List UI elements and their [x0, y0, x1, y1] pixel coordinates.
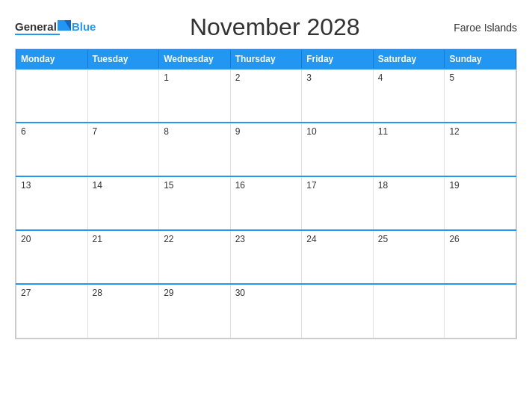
calendar-cell: 5	[445, 69, 516, 123]
calendar-cell: 23	[230, 230, 302, 284]
day-number: 27	[21, 288, 31, 298]
calendar-cell: 4	[373, 69, 445, 123]
day-number: 15	[164, 180, 173, 191]
calendar-table: Monday Tuesday Wednesday Thursday Friday…	[16, 49, 516, 339]
table-row: 20212223242526	[16, 230, 516, 284]
day-number: 24	[306, 234, 316, 244]
logo-underline	[15, 34, 60, 35]
logo-general-text: General	[15, 21, 57, 32]
calendar-cell: 11	[373, 123, 445, 176]
calendar-cell: 3	[302, 69, 374, 123]
day-number: 3	[306, 72, 312, 83]
calendar-cell: 12	[445, 123, 516, 176]
col-monday: Monday	[16, 50, 88, 69]
table-row: 6789101112	[16, 123, 516, 176]
region-label: Faroe Islands	[454, 22, 517, 34]
day-number: 7	[93, 126, 98, 137]
day-number: 21	[93, 234, 102, 244]
logo-blue-text: Blue	[72, 21, 96, 32]
table-row: 27282930	[16, 284, 516, 338]
day-number: 29	[164, 288, 173, 298]
day-number: 5	[449, 72, 454, 83]
calendar-cell: 24	[302, 230, 374, 284]
day-number: 30	[235, 288, 245, 298]
day-number: 8	[164, 126, 169, 137]
calendar-cell: 8	[159, 123, 231, 176]
logo-icon	[58, 20, 71, 31]
day-number: 9	[235, 126, 241, 137]
calendar-cell: 10	[302, 123, 374, 176]
calendar-header-row: Monday Tuesday Wednesday Thursday Friday…	[16, 50, 516, 69]
calendar-cell: 30	[230, 284, 302, 338]
col-thursday: Thursday	[230, 50, 302, 69]
day-number: 13	[21, 180, 31, 191]
calendar-cell: 20	[16, 230, 88, 284]
calendar-cell	[16, 69, 88, 123]
calendar-cell	[302, 284, 374, 338]
day-number: 25	[378, 234, 388, 244]
calendar-header: General Blue November 2028 Faroe Islands	[15, 13, 517, 41]
calendar-cell: 19	[445, 176, 516, 230]
day-number: 4	[378, 72, 383, 83]
logo: General Blue	[15, 20, 96, 32]
col-tuesday: Tuesday	[87, 50, 159, 69]
day-number: 20	[21, 234, 31, 244]
calendar-cell: 29	[159, 284, 231, 338]
calendar-cell: 9	[230, 123, 302, 176]
calendar-body: 1234567891011121314151617181920212223242…	[16, 69, 516, 338]
day-number: 26	[449, 234, 459, 244]
day-number: 12	[449, 126, 459, 137]
calendar-cell	[373, 284, 445, 338]
calendar-cell: 25	[373, 230, 445, 284]
col-sunday: Sunday	[445, 50, 516, 69]
day-number: 10	[306, 126, 316, 137]
calendar-cell: 2	[230, 69, 302, 123]
calendar-cell: 1	[159, 69, 231, 123]
day-number: 2	[235, 72, 241, 83]
calendar-cell: 7	[87, 123, 159, 176]
calendar-cell: 15	[159, 176, 231, 230]
day-number: 19	[449, 180, 459, 191]
calendar-cell: 18	[373, 176, 445, 230]
calendar-cell: 26	[445, 230, 516, 284]
calendar-cell: 6	[16, 123, 88, 176]
table-row: 12345	[16, 69, 516, 123]
calendar-cell: 21	[87, 230, 159, 284]
calendar-container: Monday Tuesday Wednesday Thursday Friday…	[15, 49, 517, 339]
col-friday: Friday	[302, 50, 374, 69]
day-number: 22	[164, 234, 173, 244]
col-saturday: Saturday	[373, 50, 445, 69]
day-number: 23	[235, 234, 245, 244]
calendar-cell: 22	[159, 230, 231, 284]
day-number: 17	[306, 180, 316, 191]
calendar-cell: 13	[16, 176, 88, 230]
day-number: 1	[164, 72, 169, 83]
calendar-cell: 17	[302, 176, 374, 230]
month-title: November 2028	[96, 13, 454, 41]
calendar-cell: 27	[16, 284, 88, 338]
calendar-cell	[87, 69, 159, 123]
calendar-cell: 16	[230, 176, 302, 230]
table-row: 13141516171819	[16, 176, 516, 230]
logo-area: General Blue	[15, 20, 96, 35]
calendar-cell: 28	[87, 284, 159, 338]
day-number: 18	[378, 180, 388, 191]
day-number: 14	[93, 180, 102, 191]
day-number: 16	[235, 180, 245, 191]
col-wednesday: Wednesday	[159, 50, 231, 69]
calendar-cell: 14	[87, 176, 159, 230]
day-number: 11	[378, 126, 388, 137]
calendar-cell	[445, 284, 516, 338]
day-number: 6	[21, 126, 26, 137]
day-number: 28	[93, 288, 102, 298]
calendar-page: General Blue November 2028 Faroe Islands…	[0, 0, 532, 411]
